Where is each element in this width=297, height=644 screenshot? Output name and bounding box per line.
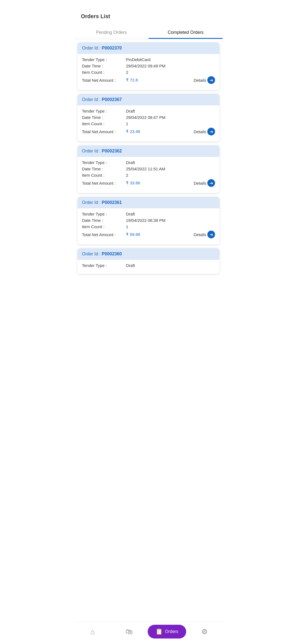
details-button-2[interactable]: Details ➔ bbox=[194, 179, 215, 187]
item-count-value-1: 1 bbox=[126, 121, 128, 126]
item-count-value-0: 2 bbox=[126, 70, 128, 75]
date-time-value-0: 29/04/2022 09:49 PM bbox=[126, 64, 165, 68]
details-button-0[interactable]: Details ➔ bbox=[194, 76, 215, 84]
tender-type-value-2: Draft bbox=[126, 160, 135, 165]
date-time-label-0: Date Time : bbox=[82, 64, 126, 68]
order-id-label-2: Order Id : bbox=[82, 149, 102, 153]
tabs-container: Pending Orders Completed Orders bbox=[74, 26, 223, 39]
order-id-label-1: Order Id : bbox=[82, 97, 102, 102]
date-time-label-3: Date Time : bbox=[82, 218, 126, 223]
order-card-3: Order Id : P0002361 Tender Type : Draft … bbox=[78, 197, 219, 244]
item-count-label-2: Item Count : bbox=[82, 173, 126, 178]
order-body-2: Tender Type : Draft Date Time : 25/04/20… bbox=[78, 157, 219, 193]
item-count-label-3: Item Count : bbox=[82, 224, 126, 229]
orders-list: Order Id : P0002370 Tender Type : PinDeb… bbox=[74, 39, 223, 305]
order-id-label-4: Order Id : bbox=[82, 252, 102, 256]
order-body-4: Tender Type : Draft bbox=[78, 260, 219, 274]
details-arrow-2: ➔ bbox=[207, 179, 215, 187]
tender-type-label-3: Tender Type : bbox=[82, 212, 126, 216]
tender-type-value-1: Draft bbox=[126, 109, 135, 113]
order-id-value-2: P0002362 bbox=[102, 149, 122, 153]
tender-type-value-3: Draft bbox=[126, 212, 135, 216]
order-id-label-3: Order Id : bbox=[82, 200, 102, 205]
nav-home[interactable]: ⌂ bbox=[74, 627, 111, 636]
tender-type-value-4: Draft bbox=[126, 263, 135, 268]
shop-icon: 🛍 bbox=[126, 627, 133, 636]
order-body-3: Tender Type : Draft Date Time : 19/04/20… bbox=[78, 208, 219, 244]
nav-shop[interactable]: 🛍 bbox=[111, 627, 147, 636]
page-title: Orders List bbox=[81, 13, 216, 20]
order-card-2: Order Id : P0002362 Tender Type : Draft … bbox=[78, 145, 219, 193]
item-count-label-1: Item Count : bbox=[82, 121, 126, 126]
tender-type-label-0: Tender Type : bbox=[82, 57, 126, 62]
item-count-value-3: 1 bbox=[126, 224, 128, 229]
item-count-label-0: Item Count : bbox=[82, 70, 126, 75]
date-time-label-2: Date Time : bbox=[82, 167, 126, 171]
settings-icon: ⚙ bbox=[201, 627, 208, 636]
home-icon: ⌂ bbox=[90, 627, 95, 636]
tab-pending-orders[interactable]: Pending Orders bbox=[74, 26, 148, 39]
tab-completed-orders[interactable]: Completed Orders bbox=[148, 26, 223, 39]
bottom-nav: ⌂ 🛍 📋 Orders ⚙ bbox=[74, 622, 223, 644]
total-net-amount-label-3: Total Net Amount : bbox=[82, 232, 126, 237]
total-net-amount-label-2: Total Net Amount : bbox=[82, 181, 126, 185]
order-id-value-4: P0002360 bbox=[102, 252, 122, 256]
date-time-value-2: 25/04/2022 11:51 AM bbox=[126, 167, 165, 171]
date-time-value-1: 29/04/2022 08:47 PM bbox=[126, 115, 165, 120]
orders-icon: 📋 bbox=[155, 628, 163, 635]
details-arrow-3: ➔ bbox=[207, 231, 215, 238]
total-net-amount-value-0: ₹ 72.8 bbox=[126, 78, 138, 83]
order-id-value-0: P0002370 bbox=[102, 46, 122, 50]
total-net-amount-value-1: ₹ 23.46 bbox=[126, 129, 140, 134]
order-id-label-0: Order Id : bbox=[82, 46, 102, 50]
order-card-1: Order Id : P0002367 Tender Type : Draft … bbox=[78, 94, 219, 141]
order-header-1: Order Id : P0002367 bbox=[78, 94, 219, 105]
tender-type-label-2: Tender Type : bbox=[82, 160, 126, 165]
order-header-3: Order Id : P0002361 bbox=[78, 197, 219, 208]
order-id-value-3: P0002361 bbox=[102, 200, 122, 205]
order-header-2: Order Id : P0002362 bbox=[78, 145, 219, 157]
total-net-amount-label-1: Total Net Amount : bbox=[82, 129, 126, 134]
tender-type-label-1: Tender Type : bbox=[82, 109, 126, 113]
nav-settings[interactable]: ⚙ bbox=[186, 627, 223, 636]
date-time-value-3: 19/04/2022 06:38 PM bbox=[126, 218, 165, 223]
total-net-amount-value-2: ₹ 33.66 bbox=[126, 181, 140, 185]
order-card-0: Order Id : P0002370 Tender Type : PinDeb… bbox=[78, 42, 219, 90]
orders-nav-label: Orders bbox=[165, 629, 178, 634]
nav-orders-active[interactable]: 📋 Orders bbox=[148, 625, 186, 638]
date-time-label-1: Date Time : bbox=[82, 115, 126, 120]
item-count-value-2: 2 bbox=[126, 173, 128, 178]
details-button-1[interactable]: Details ➔ bbox=[194, 128, 215, 135]
order-card-4: Order Id : P0002360 Tender Type : Draft bbox=[78, 248, 219, 274]
tender-type-value-0: PinDebitCard bbox=[126, 57, 150, 62]
details-arrow-1: ➔ bbox=[207, 128, 215, 135]
order-body-1: Tender Type : Draft Date Time : 29/04/20… bbox=[78, 105, 219, 141]
order-id-value-1: P0002367 bbox=[102, 97, 122, 102]
order-header-0: Order Id : P0002370 bbox=[78, 42, 219, 54]
order-header-4: Order Id : P0002360 bbox=[78, 248, 219, 260]
tender-type-label-4: Tender Type : bbox=[82, 263, 126, 268]
total-net-amount-label-0: Total Net Amount : bbox=[82, 78, 126, 83]
details-button-3[interactable]: Details ➔ bbox=[194, 231, 215, 238]
order-body-0: Tender Type : PinDebitCard Date Time : 2… bbox=[78, 54, 219, 90]
details-arrow-0: ➔ bbox=[207, 76, 215, 84]
total-net-amount-value-3: ₹ 69.68 bbox=[126, 232, 140, 237]
